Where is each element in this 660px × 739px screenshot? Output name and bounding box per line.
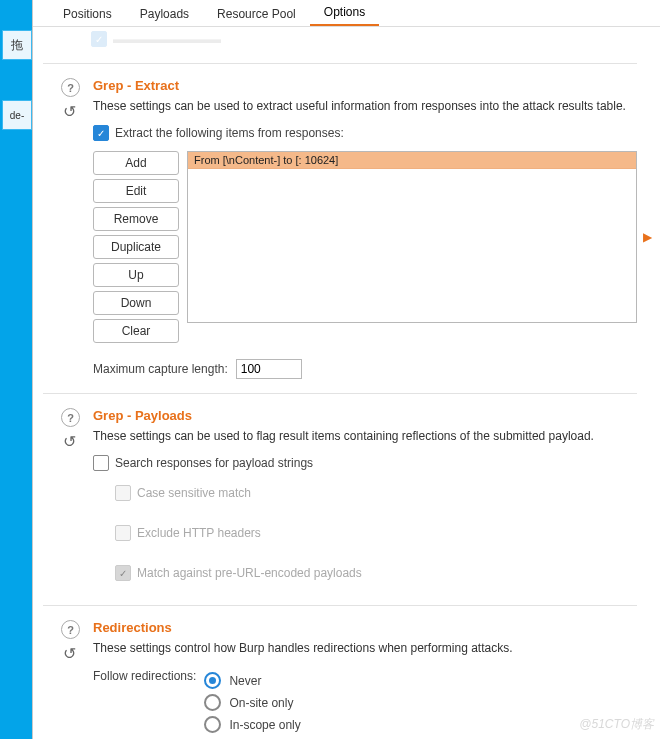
max-capture-row: Maximum capture length: xyxy=(93,359,637,379)
radio-inscope-label: In-scope only xyxy=(229,718,300,732)
extract-enable-row: ✓ Extract the following items from respo… xyxy=(93,125,637,141)
section-redirections: ? ↺ Redirections These settings control … xyxy=(43,620,637,738)
down-button[interactable]: Down xyxy=(93,291,179,315)
desktop-background: 拖 de- Positions Payloads Resource Pool O… xyxy=(0,0,660,739)
duplicate-button[interactable]: Duplicate xyxy=(93,235,179,259)
separator xyxy=(43,605,637,606)
section-title: Redirections xyxy=(93,620,637,635)
truncated-prev-section: ✓ ▬▬▬▬▬▬▬▬▬ xyxy=(43,27,637,49)
expand-icon[interactable]: ▶ xyxy=(643,230,652,244)
edit-button[interactable]: Edit xyxy=(93,179,179,203)
redirection-options: Never On-site only In-scope only xyxy=(204,667,300,738)
exclude-headers-label: Exclude HTTP headers xyxy=(137,526,261,540)
extract-listbox[interactable]: From [\nContent-] to [: 10624] ▶ xyxy=(187,151,637,323)
search-payload-checkbox[interactable] xyxy=(93,455,109,471)
checkbox-label: ▬▬▬▬▬▬▬▬▬ xyxy=(113,32,221,46)
help-icon[interactable]: ? xyxy=(61,78,80,97)
left-taskbar: 拖 de- xyxy=(0,0,32,739)
help-icon[interactable]: ? xyxy=(61,620,80,639)
section-grep-extract: ? ↺ Grep - Extract These settings can be… xyxy=(43,78,637,379)
reset-icon[interactable]: ↺ xyxy=(61,103,78,120)
extract-button-column: Add Edit Remove Duplicate Up Down Clear xyxy=(93,151,179,343)
payload-sub-options: Case sensitive match Exclude HTTP header… xyxy=(93,481,637,591)
section-grep-payloads: ? ↺ Grep - Payloads These settings can b… xyxy=(43,408,637,591)
list-item[interactable]: From [\nContent-] to [: 10624] xyxy=(188,152,636,169)
tab-positions[interactable]: Positions xyxy=(49,1,126,26)
tab-resource-pool[interactable]: Resource Pool xyxy=(203,1,310,26)
up-button[interactable]: Up xyxy=(93,263,179,287)
max-capture-input[interactable] xyxy=(236,359,302,379)
watermark: @51CTO博客 xyxy=(579,716,654,733)
section-description: These settings can be used to extract us… xyxy=(93,99,637,113)
section-description: These settings can be used to flag resul… xyxy=(93,429,637,443)
radio-never-label: Never xyxy=(229,674,261,688)
clear-button[interactable]: Clear xyxy=(93,319,179,343)
separator xyxy=(43,393,637,394)
search-payload-label: Search responses for payload strings xyxy=(115,456,313,470)
options-panel: Positions Payloads Resource Pool Options… xyxy=(32,0,660,739)
radio-inscope[interactable] xyxy=(204,716,221,733)
add-button[interactable]: Add xyxy=(93,151,179,175)
radio-never[interactable] xyxy=(204,672,221,689)
extract-enable-label: Extract the following items from respons… xyxy=(115,126,344,140)
case-sensitive-checkbox xyxy=(115,485,131,501)
reset-icon[interactable]: ↺ xyxy=(61,645,78,662)
case-sensitive-label: Case sensitive match xyxy=(137,486,251,500)
tab-bar: Positions Payloads Resource Pool Options xyxy=(33,0,660,27)
remove-button[interactable]: Remove xyxy=(93,207,179,231)
help-icon[interactable]: ? xyxy=(61,408,80,427)
extract-body: Add Edit Remove Duplicate Up Down Clear … xyxy=(93,151,637,343)
section-title: Grep - Payloads xyxy=(93,408,637,423)
follow-redirections-row: Follow redirections: Never On-site only xyxy=(93,667,637,738)
separator xyxy=(43,63,637,64)
taskbar-item[interactable]: 拖 xyxy=(2,30,32,60)
checkbox[interactable]: ✓ xyxy=(91,31,107,47)
tab-payloads[interactable]: Payloads xyxy=(126,1,203,26)
preurl-label: Match against pre-URL-encoded payloads xyxy=(137,566,362,580)
exclude-headers-checkbox xyxy=(115,525,131,541)
scroll-area: ✓ ▬▬▬▬▬▬▬▬▬ ? ↺ Grep - Extract These set… xyxy=(33,27,660,738)
max-capture-label: Maximum capture length: xyxy=(93,362,228,376)
tab-options[interactable]: Options xyxy=(310,0,379,26)
search-payload-row: Search responses for payload strings xyxy=(93,455,637,471)
radio-onsite-label: On-site only xyxy=(229,696,293,710)
section-description: These settings control how Burp handles … xyxy=(93,641,637,655)
section-title: Grep - Extract xyxy=(93,78,637,93)
reset-icon[interactable]: ↺ xyxy=(61,433,78,450)
radio-onsite[interactable] xyxy=(204,694,221,711)
follow-redirections-label: Follow redirections: xyxy=(93,667,196,683)
extract-enable-checkbox[interactable]: ✓ xyxy=(93,125,109,141)
preurl-checkbox: ✓ xyxy=(115,565,131,581)
taskbar-item[interactable]: de- xyxy=(2,100,32,130)
